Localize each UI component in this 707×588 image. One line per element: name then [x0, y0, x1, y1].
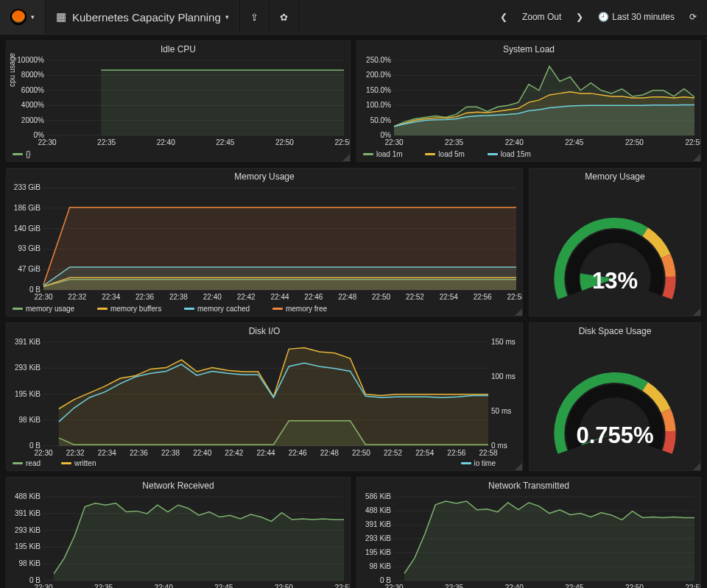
svg-text:50.0%: 50.0% [370, 116, 391, 124]
svg-text:22:40: 22:40 [155, 584, 173, 588]
svg-text:22:45: 22:45 [565, 584, 583, 588]
svg-text:22:45: 22:45 [565, 138, 583, 146]
gauge-value: 13% [530, 268, 700, 294]
svg-text:22:36: 22:36 [130, 449, 148, 457]
top-nav: ▾ ▦ Kubernetes Capacity Planning ▾ ⇪ ✿ ❮… [0, 0, 707, 35]
svg-text:22:46: 22:46 [304, 293, 323, 301]
time-next-button[interactable]: ❯ [569, 12, 591, 22]
svg-text:22:45: 22:45 [214, 584, 233, 588]
legend: load 1m load 5m load 15m [357, 147, 700, 161]
svg-text:140 GiB: 140 GiB [14, 224, 41, 233]
resize-handle[interactable] [693, 308, 700, 316]
svg-text:22:48: 22:48 [338, 293, 356, 301]
resize-handle[interactable] [515, 463, 522, 470]
svg-text:22:42: 22:42 [237, 293, 256, 301]
panel-memory-usage-gauge[interactable]: Memory Usage 13% [529, 168, 701, 316]
dashboard-picker[interactable]: ▦ Kubernetes Capacity Planning ▾ [46, 0, 240, 34]
svg-text:22:40: 22:40 [157, 138, 175, 146]
chevron-down-icon: ▾ [225, 13, 229, 21]
settings-button[interactable]: ✿ [270, 0, 299, 34]
svg-text:22:58: 22:58 [479, 449, 497, 457]
svg-text:100.0%: 100.0% [366, 101, 391, 109]
svg-text:100 ms: 100 ms [491, 372, 516, 380]
svg-text:22:56: 22:56 [474, 293, 492, 301]
svg-text:22:54: 22:54 [415, 449, 434, 457]
svg-text:6000%: 6000% [21, 86, 44, 94]
panel-network-received[interactable]: Network Received 0 B98 KiB195 KiB293 KiB… [6, 477, 351, 588]
panel-network-transmitted[interactable]: Network Transmitted 0 B98 KiB195 KiB293 … [356, 477, 701, 588]
legend: {} [7, 147, 350, 161]
svg-text:98 KiB: 98 KiB [19, 416, 41, 424]
panel-disk-space-gauge[interactable]: Disk Space Usage 0.755% [529, 322, 701, 471]
zoom-out-button[interactable]: Zoom Out [515, 12, 569, 22]
svg-text:22:32: 22:32 [68, 293, 86, 301]
svg-text:22:50: 22:50 [275, 584, 293, 588]
svg-text:488 KiB: 488 KiB [15, 492, 41, 500]
grafana-logo-icon [10, 9, 27, 25]
share-icon: ⇪ [250, 12, 258, 23]
svg-text:47 GiB: 47 GiB [18, 265, 41, 273]
refresh-icon: ⟳ [689, 12, 697, 22]
svg-text:22:50: 22:50 [372, 293, 390, 301]
svg-text:93 GiB: 93 GiB [18, 244, 41, 252]
svg-text:22:45: 22:45 [216, 138, 234, 146]
clock-icon: 🕘 [598, 12, 609, 22]
svg-text:195 KiB: 195 KiB [15, 542, 41, 550]
svg-text:98 KiB: 98 KiB [19, 559, 41, 567]
resize-handle[interactable] [342, 154, 350, 161]
panel-title: Idle CPU [7, 41, 350, 56]
svg-text:22:34: 22:34 [98, 449, 116, 457]
menu-toggle[interactable]: ▾ [0, 0, 46, 34]
svg-text:4000%: 4000% [21, 101, 44, 109]
panel-title: Disk I/O [7, 323, 522, 338]
svg-text:10000%: 10000% [17, 56, 44, 64]
svg-text:22:35: 22:35 [97, 138, 116, 146]
panel-disk-io[interactable]: Disk I/O 0 B98 KiB195 KiB293 KiB391 KiB0… [6, 322, 523, 471]
panel-system-load[interactable]: System Load 0%50.0%100.0%150.0%200.0%250… [356, 40, 701, 162]
resize-handle[interactable] [515, 308, 522, 316]
panel-title: Disk Space Usage [530, 323, 700, 338]
svg-text:22:50: 22:50 [352, 449, 370, 457]
gear-icon: ✿ [280, 12, 288, 23]
svg-text:250.0%: 250.0% [366, 56, 391, 64]
svg-text:233 GiB: 233 GiB [14, 183, 41, 191]
time-range-picker[interactable]: 🕘Last 30 minutes [591, 12, 682, 22]
svg-text:586 KiB: 586 KiB [365, 492, 391, 500]
gauge-value: 0.755% [530, 422, 700, 449]
svg-text:186 GiB: 186 GiB [14, 204, 41, 212]
svg-text:50 ms: 50 ms [491, 407, 511, 415]
time-prev-button[interactable]: ❮ [493, 12, 515, 22]
panel-memory-usage-ts[interactable]: Memory Usage 0 B47 GiB93 GiB140 GiB186 G… [6, 168, 523, 316]
panel-idle-cpu[interactable]: Idle CPU cpu usage0%2000%4000%6000%8000%… [6, 40, 351, 162]
y-axis-label: cpu usage [8, 53, 16, 87]
svg-text:22:52: 22:52 [406, 293, 424, 301]
panel-title: System Load [357, 41, 700, 56]
svg-text:22:34: 22:34 [102, 293, 120, 301]
svg-text:22:38: 22:38 [161, 449, 180, 457]
svg-text:22:30: 22:30 [34, 293, 52, 301]
svg-text:391 KiB: 391 KiB [365, 520, 391, 528]
svg-text:200.0%: 200.0% [366, 71, 391, 79]
svg-text:195 KiB: 195 KiB [365, 548, 391, 556]
legend: memory usage memory buffers memory cache… [7, 302, 522, 316]
resize-handle[interactable] [693, 463, 700, 470]
svg-text:22:35: 22:35 [94, 584, 113, 588]
resize-handle[interactable] [693, 585, 700, 588]
resize-handle[interactable] [342, 585, 350, 588]
svg-text:22:35: 22:35 [445, 138, 463, 146]
share-button[interactable]: ⇪ [240, 0, 270, 34]
svg-text:22:54: 22:54 [440, 293, 458, 301]
legend: read written io time [7, 458, 522, 470]
dashboard-title: Kubernetes Capacity Planning [72, 11, 221, 24]
svg-text:22:40: 22:40 [203, 293, 222, 301]
svg-text:22:36: 22:36 [136, 293, 154, 301]
svg-text:22:55: 22:55 [685, 138, 700, 146]
panel-title: Network Transmitted [357, 478, 700, 492]
svg-text:98 KiB: 98 KiB [370, 562, 392, 570]
svg-text:195 KiB: 195 KiB [15, 390, 41, 398]
svg-text:22:30: 22:30 [34, 584, 52, 588]
svg-text:293 KiB: 293 KiB [15, 364, 41, 372]
resize-handle[interactable] [693, 154, 700, 161]
refresh-button[interactable]: ⟳ [682, 12, 707, 22]
svg-text:22:44: 22:44 [270, 293, 289, 301]
